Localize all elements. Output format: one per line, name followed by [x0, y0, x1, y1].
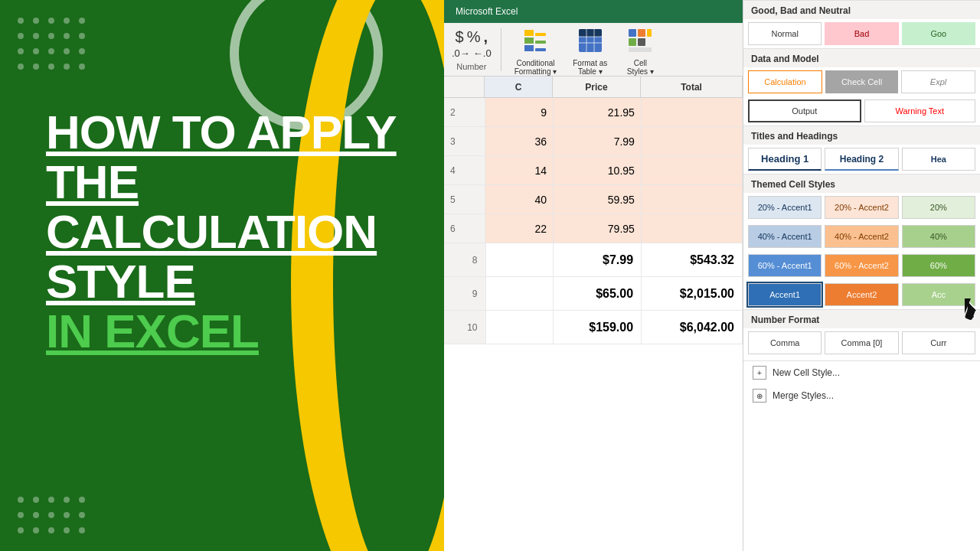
dots-top-left: [15, 15, 87, 72]
conditional-formatting-label: ConditionalFormatting ▾: [514, 59, 557, 76]
style-warning-text[interactable]: Warning Text: [864, 99, 976, 122]
new-style-icon: +: [753, 366, 766, 380]
totals-total-2: $2,015.00: [642, 277, 743, 310]
style-output[interactable]: Output: [748, 99, 861, 122]
style-normal[interactable]: Normal: [748, 22, 822, 45]
data-model-row1: Calculation Check Cell Expl: [743, 67, 980, 96]
new-cell-style-button[interactable]: + New Cell Style...: [743, 361, 980, 384]
comma-icon: ,: [484, 28, 488, 46]
style-20-accent3[interactable]: 20%: [902, 196, 975, 219]
ribbon-main: $ % , .0→ ←.0 Number: [444, 23, 743, 77]
format-as-table-icon: [573, 24, 607, 57]
style-currency[interactable]: Curr: [902, 331, 975, 354]
price-cell[interactable]: 10.95: [554, 156, 642, 184]
style-60-accent1[interactable]: 60% - Accent1: [748, 254, 822, 277]
total-cell[interactable]: [642, 156, 743, 184]
row-num: 8: [444, 243, 486, 276]
totals-price-1: $7.99: [554, 243, 642, 276]
svg-rect-3: [535, 33, 546, 36]
col-c-header: C: [485, 77, 553, 97]
total-cell[interactable]: [642, 127, 743, 155]
style-heading1[interactable]: Heading 1: [748, 148, 822, 171]
totals-price-2: $65.00: [554, 277, 642, 310]
svg-rect-12: [629, 29, 636, 37]
spreadsheet-area: C Price Total 2 9 21.95 3 36 7.99 4 14 1…: [444, 77, 743, 551]
merge-styles-button[interactable]: ⊕ Merge Styles...: [743, 384, 980, 407]
total-cell[interactable]: [642, 98, 743, 126]
row-num: 5: [444, 185, 485, 214]
totals-qty: [486, 311, 554, 344]
svg-rect-13: [638, 29, 645, 37]
style-accent1[interactable]: Accent1: [748, 283, 822, 306]
table-row: 5 40 59.95: [444, 185, 743, 214]
totals-qty: [486, 243, 554, 276]
new-cell-style-label: New Cell Style...: [773, 367, 840, 378]
style-60-accent2[interactable]: 60% - Accent2: [825, 254, 898, 277]
style-bad[interactable]: Bad: [825, 22, 898, 45]
section-data-model: Data and Model: [743, 48, 980, 67]
themed-row-40: 40% - Accent1 40% - Accent2 40%: [743, 222, 980, 251]
style-calculation[interactable]: Calculation: [748, 70, 822, 93]
totals-qty: [486, 277, 554, 310]
totals-row: 8 $7.99 $543.32: [444, 243, 743, 277]
svg-rect-1: [524, 37, 534, 44]
qty-cell[interactable]: 22: [485, 214, 554, 243]
dots-bottom-left: [15, 494, 87, 536]
total-cell[interactable]: [642, 185, 743, 214]
svg-rect-5: [535, 48, 546, 51]
data-model-row2: Output Warning Text: [743, 96, 980, 126]
qty-cell[interactable]: 40: [485, 185, 554, 214]
price-cell[interactable]: 79.95: [554, 214, 642, 243]
table-row: 6 22 79.95: [444, 214, 743, 243]
style-60-accent3[interactable]: 60%: [902, 254, 975, 277]
style-heading2[interactable]: Heading 2: [825, 148, 898, 171]
style-comma-0[interactable]: Comma [0]: [825, 331, 898, 354]
style-comma[interactable]: Comma: [748, 331, 822, 354]
qty-cell[interactable]: 14: [485, 156, 554, 184]
style-explanatory[interactable]: Expl: [901, 70, 975, 93]
number-format-icon: $: [456, 28, 464, 46]
style-accent2[interactable]: Accent2: [825, 283, 898, 306]
increase-decimal-icon: .0→: [452, 47, 470, 59]
svg-rect-0: [524, 30, 534, 36]
total-cell[interactable]: [642, 214, 743, 243]
left-panel: HOW TO APPLY THE CALCULATION STYLE IN EX…: [0, 0, 459, 551]
svg-rect-17: [629, 47, 652, 52]
qty-cell[interactable]: 36: [485, 127, 554, 155]
style-20-accent2[interactable]: 20% - Accent2: [825, 196, 898, 219]
svg-rect-14: [647, 29, 652, 37]
totals-row: 10 $159.00 $6,042.00: [444, 311, 743, 344]
style-good[interactable]: Goo: [902, 22, 975, 45]
row-num: 2: [444, 98, 485, 126]
svg-rect-2: [524, 45, 534, 51]
table-row: 3 36 7.99: [444, 127, 743, 156]
number-group-label: Number: [456, 62, 486, 71]
title-line1: HOW TO APPLY: [46, 107, 421, 157]
cell-styles-button[interactable]: CellStyles ▾: [623, 24, 657, 76]
svg-rect-7: [579, 29, 602, 37]
format-as-table-label: Format asTable ▾: [573, 59, 607, 76]
title-line3: STYLE: [46, 256, 421, 306]
qty-cell[interactable]: 9: [485, 98, 554, 126]
style-heading3[interactable]: Hea: [902, 148, 975, 171]
totals-price-3: $159.00: [554, 311, 642, 344]
decrease-decimal-icon: ←.0: [473, 47, 492, 59]
style-check-cell[interactable]: Check Cell: [825, 70, 898, 93]
style-40-accent3[interactable]: 40%: [902, 225, 975, 248]
ribbon-app-name: Microsoft Excel: [456, 6, 518, 17]
format-as-table-button[interactable]: Format asTable ▾: [573, 24, 607, 76]
style-accent3[interactable]: Acc: [902, 283, 975, 306]
price-cell[interactable]: 59.95: [554, 185, 642, 214]
price-cell[interactable]: 21.95: [554, 98, 642, 126]
style-20-accent1[interactable]: 20% - Accent1: [748, 196, 822, 219]
section-themed-cell-styles: Themed Cell Styles: [743, 174, 980, 193]
conditional-formatting-button[interactable]: ConditionalFormatting ▾: [514, 24, 557, 76]
good-bad-neutral-row: Normal Bad Goo: [743, 19, 980, 48]
col-e-header: Total: [641, 77, 743, 97]
price-cell[interactable]: 7.99: [554, 127, 642, 155]
ribbon-top-bar: Microsoft Excel: [444, 0, 743, 23]
section-number-format: Number Format: [743, 309, 980, 328]
themed-row-accent: Accent1 Accent2 Acc: [743, 280, 980, 309]
style-40-accent2[interactable]: 40% - Accent2: [825, 225, 898, 248]
style-40-accent1[interactable]: 40% - Accent1: [748, 225, 822, 248]
